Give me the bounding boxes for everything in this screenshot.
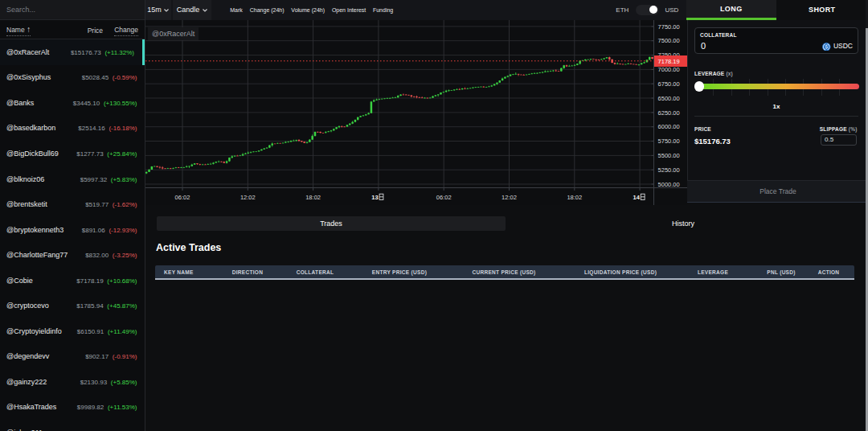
svg-text:7178.19: 7178.19 (658, 58, 680, 65)
svg-text:6500.00: 6500.00 (658, 95, 680, 102)
svg-text:5500.00: 5500.00 (658, 152, 680, 159)
svg-text:5000.00: 5000.00 (658, 181, 680, 188)
svg-text:6750.00: 6750.00 (658, 80, 680, 88)
svg-text:7750.00: 7750.00 (658, 23, 680, 31)
svg-text:7000.00: 7000.00 (658, 66, 680, 73)
svg-text:12:02: 12:02 (502, 194, 517, 201)
svg-text:14: 14 (633, 194, 641, 201)
svg-text:18:02: 18:02 (567, 194, 582, 201)
svg-text:06:02: 06:02 (436, 194, 452, 201)
svg-text:5750.00: 5750.00 (658, 138, 680, 145)
svg-text:18:02: 18:02 (305, 194, 321, 201)
svg-text:12:02: 12:02 (240, 194, 256, 201)
svg-text:5250.00: 5250.00 (658, 166, 680, 174)
svg-text:13: 13 (371, 194, 378, 201)
svg-text:7500.00: 7500.00 (658, 37, 680, 44)
svg-text:6250.00: 6250.00 (658, 109, 680, 117)
svg-text:6000.00: 6000.00 (658, 123, 680, 130)
svg-text:06:02: 06:02 (175, 194, 190, 201)
